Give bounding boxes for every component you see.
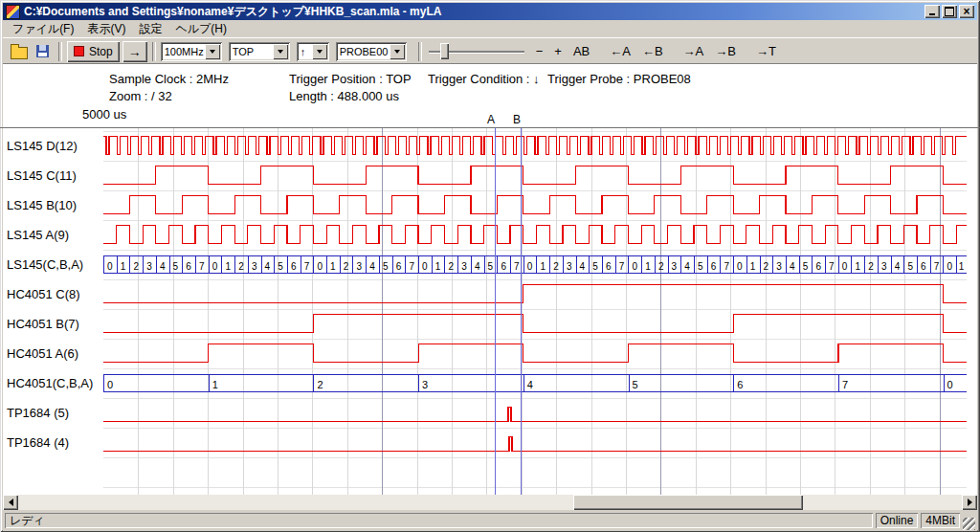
- stop-icon: [74, 46, 84, 56]
- scroll-left-button[interactable]: [3, 495, 18, 510]
- channel-label[interactable]: HC4051 C(8): [7, 287, 80, 301]
- scroll-right-button[interactable]: [962, 495, 977, 510]
- channel-label[interactable]: LS145 B(10): [7, 198, 77, 212]
- close-button[interactable]: ×: [959, 5, 974, 18]
- dropdown-arrow-icon[interactable]: [205, 44, 220, 59]
- toolbar-separator: [152, 42, 156, 61]
- channel-label[interactable]: HC4051 B(7): [7, 317, 79, 331]
- status-message: レディ: [5, 513, 873, 528]
- zoom-out-button[interactable]: −: [530, 42, 549, 60]
- down-triangle-icon: [394, 50, 400, 54]
- save-icon: [36, 45, 49, 57]
- open-button[interactable]: [8, 41, 31, 62]
- right-triangle-icon: [968, 499, 972, 506]
- goto-a-right-button[interactable]: →A: [678, 42, 710, 60]
- cursor-a-label[interactable]: A: [487, 113, 495, 126]
- stop-label: Stop: [89, 45, 113, 58]
- down-triangle-icon: [210, 50, 215, 54]
- length-text: Length : 488.000 us: [289, 89, 399, 103]
- scrollbar-track[interactable]: [18, 495, 962, 510]
- window-controls: ×: [924, 5, 974, 18]
- goto-trigger-button[interactable]: →T: [750, 42, 782, 60]
- waveform-panel[interactable]: [3, 63, 977, 496]
- scrollbar-thumb[interactable]: [573, 495, 803, 510]
- toolbar: Stop → 100MHz TOP ↑ PROBE00 − + AB ←A ←B: [3, 37, 977, 64]
- minimize-icon: [929, 13, 935, 15]
- menu-view[interactable]: 表示(V): [80, 20, 132, 38]
- goto-b-right-button[interactable]: →B: [709, 42, 742, 60]
- channel-label[interactable]: LS145 C(11): [7, 168, 77, 183]
- channel-label[interactable]: HC4051(C,B,A): [7, 376, 93, 390]
- run-arrow-icon: →: [128, 44, 142, 59]
- goto-a-left-button[interactable]: ←A: [604, 42, 636, 60]
- zoom-slider[interactable]: [429, 41, 524, 62]
- trigger-position-value: TOP: [229, 46, 273, 57]
- app-window: C:¥Documents and Settings¥noname¥デスクトップ¥…: [0, 0, 980, 532]
- memory-status-badge: 4MBit: [921, 513, 960, 528]
- down-triangle-icon: [278, 50, 283, 54]
- cursor-b-label[interactable]: B: [513, 113, 521, 126]
- trigger-probe-value: PROBE00: [336, 46, 390, 57]
- minimize-button[interactable]: [924, 5, 940, 18]
- resize-grip-icon[interactable]: [963, 518, 975, 530]
- channel-label[interactable]: TP1684 (4): [7, 435, 69, 450]
- zoom-in-button[interactable]: +: [548, 42, 568, 60]
- dropdown-arrow-icon[interactable]: [312, 44, 327, 59]
- trigger-condition-text: Trigger Condition : ↓: [428, 72, 540, 86]
- trigger-edge-select[interactable]: ↑: [297, 42, 329, 61]
- goto-b-left-button[interactable]: ←B: [636, 42, 669, 60]
- trigger-probe-select[interactable]: PROBE00: [336, 42, 407, 61]
- menu-settings[interactable]: 設定: [132, 20, 168, 38]
- trigger-position-text: Trigger Position : TOP: [289, 72, 412, 86]
- stop-button[interactable]: Stop: [67, 41, 120, 62]
- horizontal-scrollbar[interactable]: [3, 495, 977, 510]
- open-folder-icon: [11, 47, 28, 59]
- maximize-icon: [945, 7, 954, 16]
- channel-label[interactable]: LS145(C,B,A): [7, 257, 83, 272]
- sample-rate-value: 100MHz: [161, 46, 205, 57]
- app-icon: [6, 5, 20, 19]
- channel-label[interactable]: TP1684 (5): [7, 406, 69, 420]
- online-status-badge: Online: [876, 513, 919, 528]
- slider-thumb[interactable]: [440, 43, 449, 59]
- channel-label[interactable]: LS145 A(9): [7, 228, 69, 242]
- sample-clock-text: Sample Clock : 2MHz: [109, 72, 229, 86]
- save-button[interactable]: [31, 41, 54, 62]
- toolbar-separator: [418, 42, 422, 61]
- time-div-label: 5000 us: [82, 107, 126, 122]
- run-button[interactable]: →: [122, 41, 147, 62]
- menu-bar: ファイル(F) 表示(V) 設定 ヘルプ(H): [3, 20, 977, 37]
- dropdown-arrow-icon[interactable]: [273, 44, 288, 59]
- trigger-edge-value: ↑: [297, 46, 312, 57]
- zoom-text: Zoom : / 32: [109, 89, 172, 103]
- ab-button[interactable]: AB: [568, 42, 595, 60]
- trigger-position-select[interactable]: TOP: [229, 42, 290, 61]
- toolbar-separator: [58, 42, 62, 61]
- close-icon: ×: [963, 7, 969, 16]
- menu-file[interactable]: ファイル(F): [6, 20, 80, 38]
- sample-rate-select[interactable]: 100MHz: [161, 42, 222, 61]
- dropdown-arrow-icon[interactable]: [390, 44, 405, 59]
- trigger-probe-text: Trigger Probe : PROBE08: [547, 72, 691, 86]
- maximize-button[interactable]: [942, 5, 957, 18]
- channel-label[interactable]: HC4051 A(6): [7, 346, 78, 361]
- left-triangle-icon: [9, 499, 13, 506]
- down-triangle-icon: [317, 50, 323, 54]
- status-bar: レディ Online 4MBit: [3, 510, 977, 531]
- title-bar: C:¥Documents and Settings¥noname¥デスクトップ¥…: [3, 3, 977, 20]
- menu-help[interactable]: ヘルプ(H): [168, 20, 234, 38]
- window-title: C:¥Documents and Settings¥noname¥デスクトップ¥…: [24, 4, 921, 20]
- channel-label[interactable]: LS145 D(12): [7, 139, 78, 153]
